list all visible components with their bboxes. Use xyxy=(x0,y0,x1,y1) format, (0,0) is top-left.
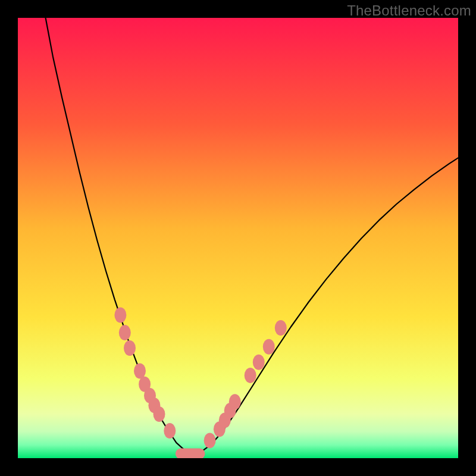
marker-right-6 xyxy=(253,355,265,370)
marker-right-0 xyxy=(204,433,216,448)
marker-right-8 xyxy=(275,320,287,336)
marker-right-4 xyxy=(229,394,241,409)
gradient-background xyxy=(18,18,458,458)
marker-left-7 xyxy=(154,406,165,422)
marker-left-8 xyxy=(164,423,176,439)
marker-left-2 xyxy=(124,340,136,356)
chart-frame: TheBottleneck.com xyxy=(0,0,476,476)
marker-right-5 xyxy=(245,368,256,383)
marker-left-0 xyxy=(114,308,126,323)
marker-left-3 xyxy=(134,364,146,379)
marker-right-7 xyxy=(263,339,275,355)
watermark-text: TheBottleneck.com xyxy=(347,2,471,19)
marker-left-1 xyxy=(119,325,131,340)
bottleneck-plot xyxy=(18,18,458,458)
marker-bottom-bar xyxy=(176,449,205,458)
